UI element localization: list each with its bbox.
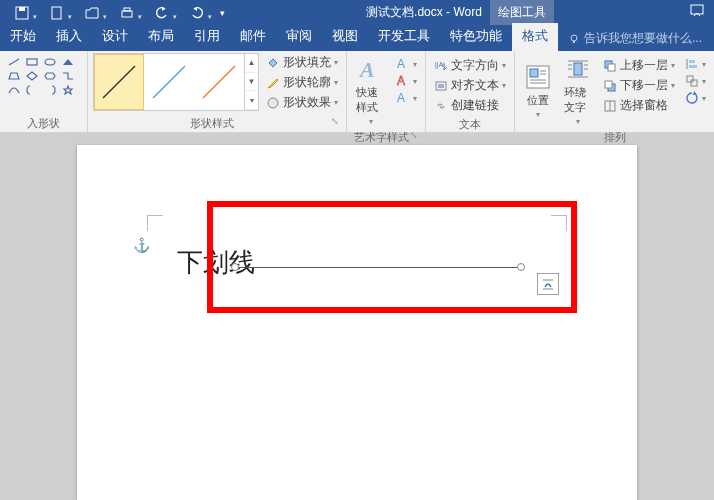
shape-connector-icon[interactable] <box>59 69 76 82</box>
tab-review[interactable]: 审阅 <box>276 23 322 51</box>
shape-style-gallery[interactable]: ▲ ▼ ▾ <box>93 53 259 111</box>
svg-rect-44 <box>605 81 612 88</box>
document-title: 测试文档.docx - Word <box>366 4 482 21</box>
shape-brace-icon[interactable] <box>23 83 40 96</box>
style-item-2[interactable] <box>144 54 194 110</box>
shape-hexagon-icon[interactable] <box>41 69 58 82</box>
ribbon: 入形状 ▲ ▼ ▾ 形状填充▾ 形状轮廓▾ 形状效果▾ 形状样式⤡ <box>0 51 714 133</box>
wrap-text-button[interactable]: 环绕文字▾ <box>560 53 596 128</box>
shape-line-icon[interactable] <box>5 55 22 68</box>
shape-effects-button[interactable]: 形状效果▾ <box>263 93 341 112</box>
tab-insert[interactable]: 插入 <box>46 23 92 51</box>
tab-layout[interactable]: 布局 <box>138 23 184 51</box>
tab-references[interactable]: 引用 <box>184 23 230 51</box>
text-effects-button[interactable]: A▾ <box>393 90 420 106</box>
scroll-down-button[interactable]: ▼ <box>245 73 258 92</box>
title-bar: ▾ ▾ ▾ ▾ ▾ ▾ ▾ 测试文档.docx - Word 绘图工具 <box>0 0 714 25</box>
group-icon <box>685 74 699 88</box>
style-item-1[interactable] <box>94 54 144 110</box>
gallery-more-button[interactable]: ▾ <box>245 91 258 110</box>
svg-rect-49 <box>689 65 697 68</box>
title-center: 测试文档.docx - Word 绘图工具 <box>230 0 690 25</box>
body-text[interactable]: 下划线 <box>177 245 255 280</box>
text-fill-icon: A <box>396 57 410 71</box>
resize-handle-right[interactable] <box>517 263 525 271</box>
svg-rect-48 <box>689 60 695 63</box>
text-outline-icon: A <box>396 74 410 88</box>
shape-ellipse-icon[interactable] <box>41 55 58 68</box>
shape-brace2-icon[interactable] <box>41 83 58 96</box>
send-backward-button[interactable]: 下移一层▾ <box>600 76 678 95</box>
selection-pane-button[interactable]: 选择窗格 <box>600 96 678 115</box>
tab-view[interactable]: 视图 <box>322 23 368 51</box>
text-direction-button[interactable]: ||A文字方向▾ <box>431 56 509 75</box>
svg-marker-13 <box>27 72 37 80</box>
svg-text:A: A <box>358 57 375 82</box>
text-outline-button[interactable]: A▾ <box>393 73 420 89</box>
link-icon <box>434 99 448 113</box>
tab-special[interactable]: 特色功能 <box>440 23 512 51</box>
wrap-text-icon <box>564 55 592 83</box>
tab-format[interactable]: 格式 <box>512 23 558 51</box>
shape-diamond-icon[interactable] <box>23 69 40 82</box>
shape-triangle-icon[interactable] <box>59 55 76 68</box>
paint-bucket-icon <box>266 56 280 70</box>
resize-handle-left[interactable] <box>231 263 239 271</box>
bring-forward-button[interactable]: 上移一层▾ <box>600 56 678 75</box>
shape-rect-icon[interactable] <box>23 55 40 68</box>
position-button[interactable]: 位置▾ <box>520 53 556 128</box>
shape-star-icon[interactable] <box>59 83 76 96</box>
scroll-up-button[interactable]: ▲ <box>245 54 258 73</box>
tab-home[interactable]: 开始 <box>0 23 46 51</box>
text-direction-icon: ||A <box>434 59 448 73</box>
group-wordart-styles: A 快速样式 ▾ A▾ A▾ A▾ 艺术字样式⤡ <box>347 51 426 132</box>
undo-button[interactable]: ▾ <box>144 3 179 23</box>
tab-mailings[interactable]: 邮件 <box>230 23 276 51</box>
annotation-highlight-box <box>207 201 577 313</box>
text-effects-icon: A <box>396 91 410 105</box>
shape-fill-button[interactable]: 形状填充▾ <box>263 53 341 72</box>
page[interactable]: ⚓ 下划线 <box>77 145 637 500</box>
style-item-3[interactable] <box>194 54 244 110</box>
print-button[interactable]: ▾ <box>109 3 144 23</box>
shapes-gallery[interactable] <box>5 53 82 114</box>
ribbon-tabs: 开始 插入 设计 布局 引用 邮件 审阅 视图 开发工具 特色功能 格式 告诉我… <box>0 25 714 51</box>
qat-customize-button[interactable]: ▾ <box>214 3 230 23</box>
create-link-button[interactable]: 创建链接 <box>431 96 509 115</box>
svg-text:A: A <box>397 74 405 88</box>
rotate-button[interactable]: ▾ <box>682 90 709 106</box>
shape-trapezoid-icon[interactable] <box>5 69 22 82</box>
quick-styles-button[interactable]: A 快速样式 ▾ <box>352 53 389 128</box>
redo-button[interactable]: ▾ <box>179 3 214 23</box>
svg-point-19 <box>268 98 278 108</box>
svg-rect-7 <box>573 41 575 43</box>
line-body[interactable] <box>235 267 521 268</box>
document-area[interactable]: ⚓ 下划线 <box>0 133 714 500</box>
svg-marker-52 <box>693 91 697 95</box>
dialog-launcher-wordart[interactable]: ⤡ <box>410 130 418 140</box>
tell-me-search[interactable]: 告诉我您想要做什么... <box>558 26 712 51</box>
svg-text:||A: ||A <box>435 61 444 69</box>
tab-developer[interactable]: 开发工具 <box>368 23 440 51</box>
open-button[interactable]: ▾ <box>74 3 109 23</box>
save-button[interactable]: ▾ <box>4 3 39 23</box>
new-button[interactable]: ▾ <box>39 3 74 23</box>
svg-rect-4 <box>124 8 130 11</box>
svg-rect-50 <box>687 76 693 82</box>
rotate-icon <box>685 91 699 105</box>
bring-forward-icon <box>603 59 617 73</box>
group-button[interactable]: ▾ <box>682 73 709 89</box>
tab-design[interactable]: 设计 <box>92 23 138 51</box>
align-text-button[interactable]: 对齐文本▾ <box>431 76 509 95</box>
text-fill-button[interactable]: A▾ <box>393 56 420 72</box>
shape-curve-icon[interactable] <box>5 83 22 96</box>
svg-marker-12 <box>9 73 19 79</box>
svg-rect-9 <box>27 59 37 65</box>
ribbon-options-button[interactable] <box>690 4 704 21</box>
shape-outline-button[interactable]: 形状轮廓▾ <box>263 73 341 92</box>
align-button[interactable]: ▾ <box>682 56 709 72</box>
svg-rect-29 <box>530 69 538 77</box>
dialog-launcher-styles[interactable]: ⤡ <box>331 116 339 126</box>
line-shape[interactable] <box>235 267 521 268</box>
layout-options-button[interactable] <box>537 273 559 295</box>
